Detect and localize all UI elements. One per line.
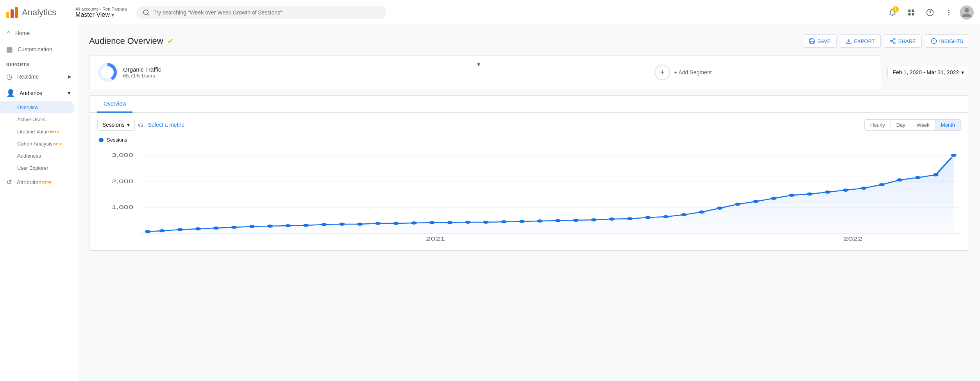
chart-legend: Sessions: [97, 137, 961, 143]
chart-svg-wrapper: 3,000 2,000 1,000 2021 2022: [97, 147, 961, 243]
cohort-beta-badge: BETA: [53, 142, 63, 146]
add-segment-card[interactable]: + + Add Segment: [485, 56, 881, 89]
organic-donut-chart: [97, 62, 118, 83]
svg-point-48: [447, 221, 453, 224]
account-selector[interactable]: All accounts › Ron Parpara Master View ▾: [75, 7, 127, 18]
sidebar-item-active-users[interactable]: Active Users: [0, 113, 75, 126]
svg-point-64: [735, 203, 741, 206]
avatar[interactable]: [960, 5, 974, 20]
svg-point-76: [950, 153, 957, 157]
organic-traffic-segment[interactable]: Organic Traffic 65.71% Users ▾: [89, 56, 485, 89]
time-btn-week[interactable]: Week: [911, 120, 935, 130]
search-icon: [143, 9, 150, 16]
logo-bar-orange: [15, 7, 18, 18]
lifetime-beta-badge: BETA: [50, 130, 59, 134]
share-label: SHARE: [898, 38, 916, 44]
insights-label: INSIGHTS: [939, 38, 963, 44]
page-header: Audience Overview ✔ SAVE EXPORT SHARE: [89, 34, 969, 48]
svg-text:2,000: 2,000: [112, 179, 133, 184]
customization-icon: ▦: [6, 45, 13, 54]
svg-point-31: [145, 230, 151, 233]
svg-point-46: [411, 221, 417, 225]
svg-point-52: [519, 220, 525, 223]
time-btn-month[interactable]: Month: [935, 120, 960, 130]
svg-point-72: [879, 183, 885, 186]
sidebar-item-attribution[interactable]: ↺ Attribution BETA: [0, 174, 78, 190]
svg-point-75: [933, 173, 939, 176]
page-action-buttons: SAVE EXPORT SHARE INSIGHTS: [803, 34, 969, 48]
insights-button[interactable]: INSIGHTS: [925, 34, 969, 48]
svg-point-10: [948, 14, 949, 15]
sidebar-item-audiences[interactable]: Audiences: [0, 150, 75, 162]
time-btn-day[interactable]: Day: [891, 120, 911, 130]
export-button[interactable]: EXPORT: [840, 34, 881, 48]
segment-date-row: Organic Traffic 65.71% Users ▾ + + Add S…: [89, 56, 969, 89]
svg-point-8: [948, 9, 949, 11]
notification-button[interactable]: 1: [885, 5, 900, 20]
svg-point-33: [177, 228, 183, 231]
date-range-value: Feb 1, 2020 - Mar 31, 2022: [892, 69, 959, 75]
main-layout: ⌂ Home ▦ Customization REPORTS ◷ Realtim…: [0, 25, 980, 381]
sidebar: ⌂ Home ▦ Customization REPORTS ◷ Realtim…: [0, 25, 78, 381]
insights-icon: [931, 38, 937, 44]
svg-point-40: [303, 224, 309, 227]
sidebar-item-lifetime-value[interactable]: Lifetime Value BETA: [0, 126, 75, 138]
metric-dropdown[interactable]: Sessions ▾: [97, 119, 135, 131]
account-path: All accounts › Ron Parpara: [75, 7, 127, 11]
svg-point-61: [681, 213, 687, 216]
sidebar-item-cohort-analysis[interactable]: Cohort Analysis BETA: [0, 138, 75, 150]
svg-point-38: [267, 225, 273, 228]
more-button[interactable]: [941, 5, 957, 20]
svg-point-54: [555, 219, 561, 222]
vs-text: vs.: [138, 122, 145, 128]
svg-point-66: [771, 197, 777, 200]
svg-point-32: [159, 229, 165, 232]
svg-point-13: [891, 40, 892, 42]
sidebar-item-realtime[interactable]: ◷ Realtime ▶: [0, 68, 78, 85]
svg-text:1,000: 1,000: [112, 205, 133, 210]
audience-icon: 👤: [6, 89, 15, 97]
sidebar-item-home[interactable]: ⌂ Home: [0, 25, 75, 41]
svg-text:2021: 2021: [426, 236, 445, 241]
chart-area: Sessions 3,000 2,000 1,000 202: [89, 134, 969, 250]
page-title: Audience Overview: [89, 36, 163, 46]
sidebar-item-user-explorer[interactable]: User Explorer: [0, 162, 75, 174]
select-metric-link[interactable]: Select a metric: [148, 122, 184, 128]
segment-dropdown-icon[interactable]: ▾: [477, 61, 480, 68]
metric-selector: Sessions ▾ vs. Select a metric: [97, 119, 184, 131]
svg-point-65: [753, 200, 759, 203]
overview-tabs: Overview: [89, 96, 969, 113]
overview-panel: Overview Sessions ▾ vs. Select a metric …: [89, 95, 969, 251]
time-btn-hourly[interactable]: Hourly: [865, 120, 891, 130]
segment-name: Organic Traffic: [123, 66, 477, 73]
sidebar-sub-active-users-label: Active Users: [17, 117, 46, 122]
sidebar-item-audience-parent[interactable]: 👤 Audience ▼: [0, 85, 78, 101]
chart-controls: Sessions ▾ vs. Select a metric Hourly Da…: [89, 113, 969, 134]
view-name[interactable]: Master View ▾: [75, 11, 127, 18]
attribution-beta-badge: BETA: [42, 180, 52, 184]
sessions-legend-label: Sessions: [107, 137, 127, 143]
svg-point-43: [357, 223, 363, 226]
save-label: SAVE: [817, 38, 831, 44]
search-area: [136, 6, 386, 19]
time-period-buttons: Hourly Day Week Month: [864, 119, 961, 131]
sessions-legend-dot: [99, 138, 104, 142]
sidebar-item-customization[interactable]: ▦ Customization: [0, 41, 75, 58]
date-range-selector[interactable]: Feb 1, 2020 - Mar 31, 2022 ▾: [887, 66, 969, 79]
svg-point-49: [465, 221, 471, 224]
search-bar[interactable]: [136, 6, 386, 19]
sessions-line-chart: 3,000 2,000 1,000 2021 2022: [97, 147, 961, 241]
svg-point-50: [483, 221, 489, 224]
apps-button[interactable]: [903, 5, 919, 20]
sidebar-item-overview[interactable]: Overview: [0, 101, 75, 113]
save-button[interactable]: SAVE: [803, 34, 837, 48]
svg-point-59: [645, 216, 651, 219]
svg-point-58: [627, 217, 633, 220]
apps-icon: [907, 9, 915, 16]
svg-point-60: [663, 215, 669, 218]
svg-line-1: [147, 14, 148, 15]
help-button[interactable]: [922, 5, 938, 20]
tab-overview[interactable]: Overview: [97, 96, 132, 113]
search-input[interactable]: [154, 9, 380, 16]
share-button[interactable]: SHARE: [884, 34, 922, 48]
